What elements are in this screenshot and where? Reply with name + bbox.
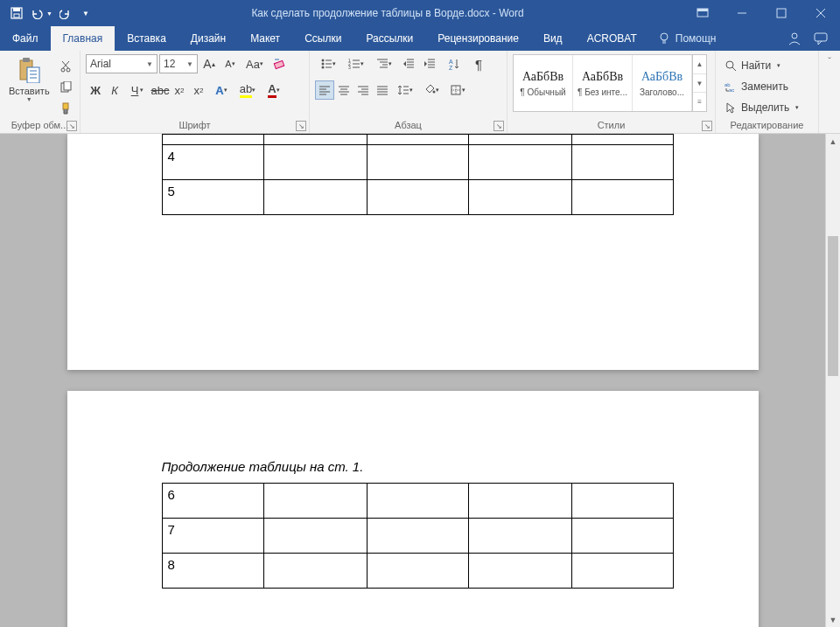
decrease-indent-button[interactable]	[399, 54, 418, 73]
grow-font-button[interactable]: A▴	[200, 54, 219, 73]
replace-icon: abac	[724, 80, 737, 93]
svg-rect-27	[274, 60, 284, 68]
undo-button[interactable]: ▼	[30, 3, 52, 24]
table-page1[interactable]: 4 5	[162, 134, 674, 215]
maximize-button[interactable]	[761, 0, 801, 26]
scroll-thumb[interactable]	[828, 236, 838, 376]
group-label-font: Шрифт↘	[80, 117, 309, 133]
tab-design[interactable]: Дизайн	[178, 26, 238, 51]
save-button[interactable]	[5, 3, 28, 24]
paragraph-launcher[interactable]: ↘	[494, 121, 504, 131]
font-launcher[interactable]: ↘	[296, 121, 306, 131]
tab-view[interactable]: Вид	[531, 26, 575, 51]
document-scroll[interactable]: 4 5 Продолжение таблицы на ст. 1. 6 7 8	[0, 134, 825, 627]
tab-layout[interactable]: Макет	[238, 26, 292, 51]
redo-icon	[60, 7, 72, 19]
svg-rect-13	[815, 33, 827, 41]
table-row[interactable]: 6	[162, 484, 673, 519]
table-row[interactable]: 7	[162, 519, 673, 554]
ribbon-options-button[interactable]	[682, 0, 722, 26]
shading-button[interactable]: ▾	[418, 80, 444, 100]
tell-me[interactable]: Помощн	[649, 26, 725, 51]
align-right-button[interactable]	[354, 80, 373, 100]
undo-icon	[30, 7, 46, 19]
table-page2[interactable]: 6 7 8	[162, 483, 674, 589]
multilevel-button[interactable]: ▾	[371, 54, 397, 73]
paste-icon	[15, 56, 43, 84]
svg-line-23	[62, 61, 68, 68]
redo-button[interactable]	[54, 3, 77, 24]
line-spacing-button[interactable]: ▾	[392, 80, 418, 100]
bold-button[interactable]: Ж	[86, 80, 105, 100]
change-case-button[interactable]: Aa▾	[242, 54, 268, 73]
underline-button[interactable]: Ч▾	[124, 80, 150, 100]
style-normal[interactable]: АаБбВв¶ Обычный	[514, 55, 573, 111]
font-size-combo[interactable]: 12▼	[159, 54, 198, 73]
italic-button[interactable]: К	[105, 80, 124, 100]
font-name-combo[interactable]: Arial▼	[86, 54, 158, 73]
shrink-font-button[interactable]: A▾	[220, 54, 240, 73]
borders-button[interactable]: ▾	[444, 80, 471, 100]
scroll-up-button[interactable]: ▲	[826, 134, 840, 149]
scroll-track[interactable]	[826, 149, 840, 612]
copy-button[interactable]	[57, 79, 74, 96]
table-row[interactable]: 8	[162, 554, 673, 589]
title-bar: ▼ ▼ Как сделать продолжение таблицы в Во…	[0, 0, 840, 26]
strikethrough-button[interactable]: abc	[150, 80, 170, 100]
find-button[interactable]: Найти▾	[721, 56, 802, 75]
svg-rect-4	[697, 9, 708, 11]
close-icon	[816, 8, 826, 18]
align-left-button[interactable]	[315, 80, 334, 100]
select-button[interactable]: Выделить▾	[721, 98, 802, 117]
font-color-button[interactable]: A▾	[261, 80, 287, 100]
style-no-spacing[interactable]: АаБбВв¶ Без инте...	[573, 55, 633, 111]
minimize-button[interactable]	[722, 0, 761, 26]
paste-button[interactable]: Вставить ▼	[5, 54, 53, 104]
format-painter-button[interactable]	[57, 100, 74, 117]
tab-mailings[interactable]: Рассылки	[354, 26, 425, 51]
user-icon[interactable]	[788, 31, 802, 45]
show-marks-button[interactable]: ¶	[469, 54, 488, 73]
subscript-button[interactable]: x2	[170, 80, 189, 100]
ribbon-tabs: Файл Главная Вставка Дизайн Макет Ссылки…	[0, 26, 840, 51]
qat-customize-button[interactable]: ▼	[79, 3, 93, 24]
replace-button[interactable]: abac Заменить	[721, 77, 802, 96]
page-1[interactable]: 4 5	[67, 134, 759, 370]
tab-home[interactable]: Главная	[51, 26, 116, 51]
tab-review[interactable]: Рецензирование	[425, 26, 531, 51]
clipboard-launcher[interactable]: ↘	[66, 121, 77, 131]
table-row[interactable]: 4	[162, 145, 673, 180]
collapse-ribbon-button[interactable]: ˇ	[819, 51, 840, 133]
svg-point-21	[66, 68, 70, 72]
tell-me-label: Помощн	[676, 32, 717, 45]
style-heading1[interactable]: АаБбВвЗаголово...	[633, 55, 692, 111]
numbering-button[interactable]: 123▾	[343, 54, 369, 73]
styles-gallery[interactable]: АаБбВв¶ Обычный АаБбВв¶ Без инте... АаБб…	[513, 54, 707, 112]
comment-icon[interactable]	[814, 31, 828, 45]
table-row[interactable]: 5	[162, 180, 673, 215]
increase-indent-button[interactable]	[420, 54, 439, 73]
bullets-button[interactable]: ▾	[315, 54, 341, 73]
svg-rect-25	[64, 81, 71, 90]
tab-file[interactable]: Файл	[0, 26, 51, 51]
page-2[interactable]: Продолжение таблицы на ст. 1. 6 7 8	[67, 391, 759, 627]
tab-references[interactable]: Ссылки	[292, 26, 354, 51]
close-button[interactable]	[801, 0, 840, 26]
justify-button[interactable]	[373, 80, 392, 100]
tab-insert[interactable]: Вставка	[115, 26, 178, 51]
highlight-button[interactable]: ab▾	[234, 80, 261, 100]
vertical-scrollbar[interactable]: ▲ ▼	[825, 134, 840, 627]
superscript-button[interactable]: x2	[189, 80, 208, 100]
cut-button[interactable]	[57, 58, 74, 75]
text-effects-button[interactable]: A▾	[208, 80, 234, 100]
styles-gallery-spinner[interactable]: ▲▼≡	[692, 55, 706, 111]
styles-launcher[interactable]: ↘	[702, 121, 712, 131]
sort-button[interactable]: AZ	[441, 54, 467, 73]
tab-acrobat[interactable]: ACROBAT	[575, 26, 649, 51]
table-row[interactable]	[162, 135, 673, 145]
group-label-styles: Стили↘	[508, 117, 715, 133]
table-caption[interactable]: Продолжение таблицы на ст. 1.	[162, 459, 759, 474]
align-center-button[interactable]	[334, 80, 354, 100]
scroll-down-button[interactable]: ▼	[826, 612, 840, 627]
clear-formatting-button[interactable]	[270, 54, 289, 73]
